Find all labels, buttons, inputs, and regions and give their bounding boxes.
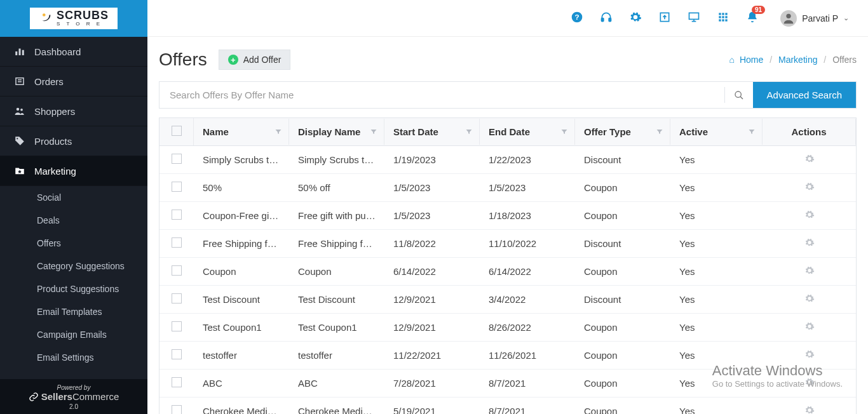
col-name[interactable]: Name [203,126,229,137]
row-checkbox[interactable] [172,321,182,331]
breadcrumb-home[interactable]: Home [740,55,763,65]
cell-type: Coupon [575,258,670,284]
cell-start: 7/28/2021 [384,370,480,396]
nav-marketing[interactable]: Marketing [0,156,147,186]
filter-icon[interactable] [748,126,756,137]
cell-type: Discount [575,147,670,173]
svg-text:?: ? [575,13,580,21]
nav-orders[interactable]: Orders [0,67,147,97]
subnav-social[interactable]: Social [0,186,147,209]
filter-icon[interactable] [560,126,568,137]
filter-icon[interactable] [275,126,282,137]
table-row: Coupon-Free gift w...Free gift with purc… [159,202,856,230]
subnav-offers[interactable]: Offers [0,232,147,255]
svg-point-9 [17,138,18,139]
subnav-campaign-emails[interactable]: Campaign Emails [0,323,147,346]
table-row: CouponCoupon6/14/20226/14/2022CouponYes [159,258,856,286]
cell-type: Discount [575,230,670,257]
row-actions-gear-icon[interactable] [804,182,815,192]
row-actions-gear-icon[interactable] [804,210,815,220]
breadcrumb: ⌂ Home / Marketing / Offers [729,55,857,65]
search-icon[interactable] [725,82,753,108]
subnav-email-settings[interactable]: Email Settings [0,346,147,369]
cell-name: testoffer [194,342,289,368]
col-type[interactable]: Offer Type [584,126,631,137]
nav-label: Shoppers [34,106,75,117]
filter-icon[interactable] [370,126,377,137]
row-checkbox[interactable] [172,154,182,164]
filter-icon[interactable] [656,126,663,137]
cell-display: Test Discount [289,286,384,312]
subnav-product-suggestions[interactable]: Product Suggestions [0,277,147,300]
row-checkbox[interactable] [172,182,182,192]
cell-start: 12/9/2021 [384,314,480,340]
breadcrumb-marketing[interactable]: Marketing [778,55,817,65]
cell-type: Discount [575,286,670,312]
row-checkbox[interactable] [172,237,182,248]
headphones-icon[interactable] [600,11,613,26]
svg-point-0 [43,13,46,17]
help-icon[interactable]: ? [571,11,583,26]
subnav-deals[interactable]: Deals [0,209,147,232]
cell-type: Coupon [575,314,670,340]
nav-dashboard[interactable]: Dashboard [0,37,147,67]
cell-start: 1/19/2023 [384,147,480,173]
subnav-category-suggestions[interactable]: Category Suggestions [0,255,147,277]
cell-end: 11/10/2022 [480,230,575,257]
link-icon [29,392,39,402]
row-actions-gear-icon[interactable] [804,405,815,414]
bell-icon[interactable]: 91 [746,11,759,26]
apps-grid-icon[interactable] [717,11,729,26]
gear-icon[interactable] [629,11,642,26]
table-row: 50%50% off1/5/20231/5/2023CouponYes [159,174,856,202]
search-bar: Advanced Search [159,81,857,109]
col-end[interactable]: End Date [489,126,530,137]
row-checkbox[interactable] [172,349,182,359]
offers-grid: Name Display Name Start Date End Date Of… [159,117,857,414]
version-label: 2.0 [0,403,147,410]
search-input[interactable] [159,82,724,108]
cell-active: Yes [670,370,763,396]
svg-point-28 [735,91,741,97]
cell-display: ABC [289,370,384,396]
row-checkbox[interactable] [172,377,182,387]
nav-products[interactable]: Products [0,126,147,156]
plus-icon: + [228,55,238,65]
cell-display: Coupon [289,258,384,284]
breadcrumb-current: Offers [832,55,857,65]
monitor-icon[interactable] [688,11,700,26]
advanced-search-button[interactable]: Advanced Search [753,82,856,108]
row-actions-gear-icon[interactable] [804,293,815,304]
open-external-icon[interactable] [658,11,671,26]
grid-header: Name Display Name Start Date End Date Of… [159,118,856,146]
user-menu[interactable]: Parvati P ⌄ [780,10,849,27]
row-actions-gear-icon[interactable] [804,154,815,164]
row-actions-gear-icon[interactable] [804,265,815,276]
row-checkbox[interactable] [172,405,182,414]
select-all-checkbox[interactable] [172,126,182,136]
cell-active: Yes [670,230,763,257]
filter-icon[interactable] [465,126,473,137]
row-checkbox[interactable] [172,265,182,276]
svg-rect-13 [609,18,611,21]
star-folder-icon [14,165,25,177]
cell-display: Free Shipping for o... [289,230,384,257]
sellerscommerce-logo: SellersCommerce [0,391,147,402]
row-actions-gear-icon[interactable] [804,377,815,387]
cell-active: Yes [670,258,763,284]
row-checkbox[interactable] [172,210,182,220]
subnav-email-templates[interactable]: Email Templates [0,300,147,323]
add-offer-button[interactable]: + Add Offer [219,50,291,70]
cell-active: Yes [670,147,763,173]
row-actions-gear-icon[interactable] [804,349,815,359]
row-actions-gear-icon[interactable] [804,321,815,331]
tag-icon [14,135,25,147]
col-start[interactable]: Start Date [393,126,438,137]
nav-shoppers[interactable]: Shoppers [0,97,147,126]
row-actions-gear-icon[interactable] [804,237,815,248]
col-display[interactable]: Display Name [298,126,360,137]
row-checkbox[interactable] [172,293,182,304]
svg-rect-24 [719,19,721,21]
cell-name: Test Discount [194,286,289,312]
col-active[interactable]: Active [679,126,708,137]
